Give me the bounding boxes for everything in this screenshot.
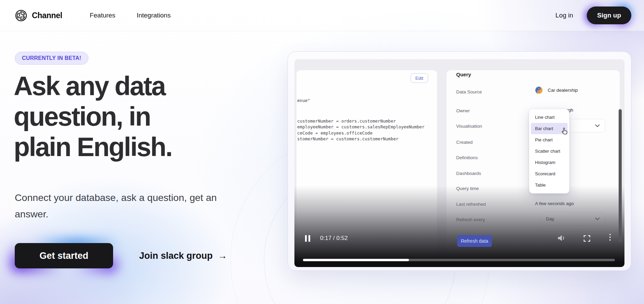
visualisation-dropdown: Line chart Bar chart Pie chart Scatter c… xyxy=(529,109,569,193)
subtitle-line: Connect your database, ask a question, g… xyxy=(15,192,217,203)
query-panel-title: Query xyxy=(456,72,471,77)
brand-name: Channel xyxy=(32,11,62,20)
video-progress-fill xyxy=(303,259,409,261)
refresh-data-button[interactable]: Refresh data xyxy=(457,235,492,247)
dropdown-item-scatter-chart[interactable]: Scatter chart xyxy=(531,145,568,157)
page-title: Ask any dataquestion, inplain English. xyxy=(14,71,172,162)
code-block: customerNumber = orders.customerNumber e… xyxy=(297,118,425,142)
code-line: employeeNumber = customers.salesRepEmplo… xyxy=(297,124,425,130)
row-label: Visualisation xyxy=(456,124,482,129)
edit-button[interactable]: Edit xyxy=(411,73,428,83)
video-timestamp: 0:17 / 0:52 xyxy=(320,235,348,242)
nav-integrations[interactable]: Integrations xyxy=(137,12,171,19)
header-actions: Log in Sign up xyxy=(556,7,631,24)
code-line: stomerNumber = customers.customerNumber xyxy=(297,136,425,142)
channel-logo-icon xyxy=(15,9,27,22)
query-row-visualisation: Visualisation xyxy=(456,123,482,129)
brand[interactable]: Channel xyxy=(15,9,62,22)
code-fragment: enue" xyxy=(297,98,310,103)
hero-subtitle: Connect your database, ask a question, g… xyxy=(15,189,217,222)
title-line: plain English. xyxy=(14,132,172,162)
arrow-right-icon: → xyxy=(218,251,227,261)
video-ui-scrollbar[interactable] xyxy=(619,109,622,242)
main-nav: Features Integrations xyxy=(90,12,171,19)
chevron-down-icon xyxy=(595,124,600,127)
dropdown-item-line-chart[interactable]: Line chart xyxy=(531,112,568,123)
cta-row: Get started Join slack group → xyxy=(15,243,227,268)
demo-video-card: Edit enue" customerNumber = orders.custo… xyxy=(288,51,631,271)
fullscreen-icon[interactable] xyxy=(583,235,591,243)
video-bottom-gradient xyxy=(294,186,624,267)
row-label: Owner xyxy=(456,108,470,113)
data-source-icon xyxy=(535,86,543,94)
login-link[interactable]: Log in xyxy=(556,12,573,19)
query-row-dashboards: Dashboards xyxy=(456,170,481,176)
get-started-button[interactable]: Get started xyxy=(15,243,113,268)
title-line: question, in xyxy=(14,102,150,131)
dropdown-item-table[interactable]: Table xyxy=(531,179,568,191)
data-source-value: Car dealership xyxy=(535,86,578,94)
signup-button[interactable]: Sign up xyxy=(587,7,631,24)
dropdown-item-histogram[interactable]: Histogram xyxy=(531,157,568,168)
data-source-name: Car dealership xyxy=(548,88,578,93)
beta-badge: CURRENTLY IN BETA! xyxy=(15,52,88,65)
join-slack-link[interactable]: Join slack group → xyxy=(139,251,227,261)
hand-cursor-icon xyxy=(561,127,569,137)
demo-video[interactable]: Edit enue" customerNumber = orders.custo… xyxy=(294,59,624,267)
query-row-definitions: Definitions xyxy=(456,154,478,161)
nav-features[interactable]: Features xyxy=(90,12,116,19)
code-line: customerNumber = orders.customerNumber xyxy=(297,118,425,124)
query-row-created: Created xyxy=(456,139,473,145)
row-label: Definitions xyxy=(456,155,478,160)
query-row-owner: Owner xyxy=(456,107,470,114)
title-line: Ask any data xyxy=(14,71,165,101)
subtitle-line: answer. xyxy=(15,208,48,219)
code-line: ceCode = employees.officeCode xyxy=(297,130,425,136)
kebab-menu-icon[interactable] xyxy=(609,234,611,241)
query-row-data-source: Data Source xyxy=(456,89,482,95)
row-label: Created xyxy=(456,140,473,145)
speaker-icon[interactable] xyxy=(557,234,566,243)
row-label: Dashboards xyxy=(456,171,481,176)
row-label: Data Source xyxy=(456,89,482,94)
dropdown-item-scorecard[interactable]: Scorecard xyxy=(531,168,568,179)
header: Channel Features Integrations Log in Sig… xyxy=(0,0,644,31)
join-slack-label: Join slack group xyxy=(139,251,213,261)
pause-icon[interactable] xyxy=(305,235,310,242)
video-progress-bar[interactable] xyxy=(303,259,615,261)
